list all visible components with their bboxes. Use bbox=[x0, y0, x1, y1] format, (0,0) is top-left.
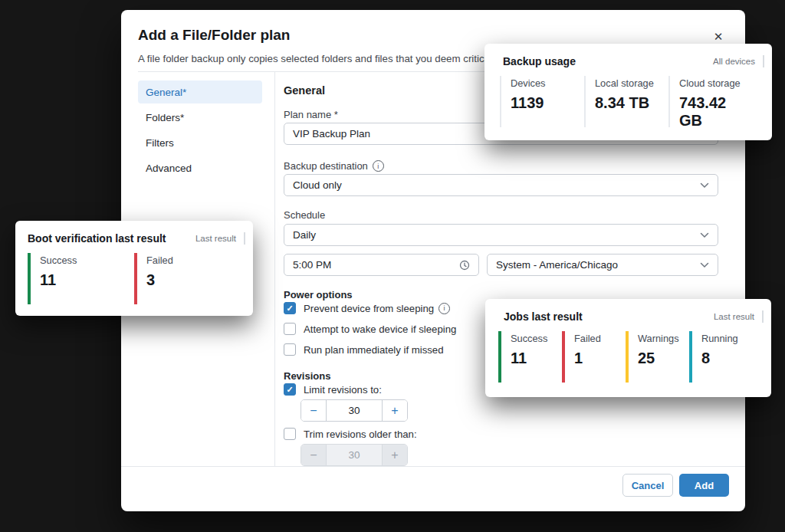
sidebar-item-filters[interactable]: Filters bbox=[138, 131, 262, 154]
checkbox-label: Prevent device from sleeping bbox=[304, 303, 434, 314]
checkbox: ✓ bbox=[284, 383, 296, 396]
check-icon: ✓ bbox=[286, 304, 293, 313]
add-button[interactable]: Add bbox=[679, 474, 729, 497]
stat-failed: Failed 1 bbox=[562, 331, 626, 383]
schedule-time-input[interactable]: 5:00 PM bbox=[284, 254, 479, 276]
close-icon: ✕ bbox=[714, 30, 724, 44]
card-scope-label: All devices bbox=[713, 57, 755, 66]
limit-revisions-value[interactable]: 30 bbox=[326, 400, 383, 421]
checkbox: ✓ bbox=[284, 428, 296, 440]
chevron-down-icon bbox=[700, 232, 709, 238]
info-icon[interactable]: i bbox=[373, 160, 384, 172]
sidebar-item-label: Advanced bbox=[146, 163, 192, 174]
page-background: Add a File/Folder plan A file folder bac… bbox=[0, 0, 785, 532]
schedule-value: Daily bbox=[293, 229, 316, 241]
trim-revisions-value[interactable]: 30 bbox=[326, 445, 383, 465]
limit-revisions-stepper: − 30 + bbox=[301, 399, 408, 422]
decrement-button[interactable]: − bbox=[301, 445, 326, 465]
checkbox-limit-revisions[interactable]: ✓ Limit revisions to: bbox=[284, 383, 382, 396]
chevron-down-icon bbox=[700, 262, 709, 268]
stat-warnings: Warnings 25 bbox=[626, 331, 689, 383]
footer-divider bbox=[121, 466, 745, 467]
section-heading-general: General bbox=[284, 84, 325, 97]
scope-divider bbox=[762, 310, 764, 323]
card-title: Jobs last result bbox=[504, 310, 583, 323]
checkbox-prevent-sleeping[interactable]: ✓ Prevent device from sleeping i bbox=[284, 302, 450, 314]
checkbox-trim-revisions[interactable]: ✓ Trim revisions older than: bbox=[284, 428, 417, 440]
power-options-label: Power options bbox=[284, 289, 353, 300]
plan-name-label: Plan name * bbox=[284, 109, 338, 120]
schedule-time-value: 5:00 PM bbox=[293, 259, 331, 271]
card-scope-label: Last result bbox=[714, 312, 754, 321]
backup-destination-label: Backup destination i bbox=[284, 160, 384, 172]
sidebar-item-label: General* bbox=[146, 87, 186, 98]
stat-devices: Devices 1139 bbox=[500, 76, 584, 127]
backup-destination-value: Cloud only bbox=[293, 179, 342, 191]
cancel-button[interactable]: Cancel bbox=[622, 474, 673, 497]
check-icon: ✓ bbox=[286, 386, 293, 394]
card-title: Boot verification last result bbox=[28, 232, 166, 245]
backup-destination-select[interactable]: Cloud only bbox=[284, 174, 718, 196]
checkbox-label: Attempt to wake device if sleeping bbox=[304, 323, 456, 335]
checkbox: ✓ bbox=[284, 302, 296, 314]
plan-name-value: VIP Backup Plan bbox=[293, 128, 370, 140]
stat-cloud-storage: Cloud storage 743.42 GB bbox=[668, 76, 753, 127]
clock-icon bbox=[459, 260, 470, 271]
trim-revisions-stepper: − 30 + bbox=[301, 444, 408, 466]
info-icon[interactable]: i bbox=[438, 303, 450, 314]
checkbox-label: Run plan immediately if missed bbox=[304, 344, 444, 356]
close-button[interactable]: ✕ bbox=[710, 28, 727, 45]
plan-steps-sidebar: General* Folders* Filters Advanced bbox=[138, 80, 262, 182]
revisions-label: Revisions bbox=[284, 370, 330, 382]
jobs-last-result-card: Jobs last result Last result Success 11 … bbox=[485, 299, 771, 397]
increment-button[interactable]: + bbox=[383, 400, 407, 421]
scope-divider bbox=[244, 232, 245, 245]
stat-success: Success 11 bbox=[28, 253, 134, 304]
card-title: Backup usage bbox=[503, 55, 576, 67]
sidebar-item-advanced[interactable]: Advanced bbox=[138, 156, 262, 179]
scope-divider bbox=[763, 55, 764, 67]
stat-running: Running 8 bbox=[689, 331, 753, 383]
decrement-button[interactable]: − bbox=[301, 400, 326, 421]
sidebar-item-label: Folders* bbox=[146, 112, 184, 123]
timezone-select[interactable]: System - America/Chicago bbox=[487, 254, 718, 276]
stat-success: Success 11 bbox=[498, 331, 562, 383]
sidebar-item-folders[interactable]: Folders* bbox=[138, 106, 262, 129]
boot-verification-card: Boot verification last result Last resul… bbox=[15, 221, 253, 316]
checkbox-label: Limit revisions to: bbox=[304, 384, 382, 396]
sidebar-item-label: Filters bbox=[146, 137, 174, 149]
sidebar-divider bbox=[274, 72, 275, 466]
stat-local-storage: Local storage 8.34 TB bbox=[584, 76, 668, 127]
schedule-label: Schedule bbox=[284, 209, 325, 221]
checkbox-run-if-missed[interactable]: ✓ Run plan immediately if missed bbox=[284, 343, 444, 356]
checkbox: ✓ bbox=[284, 343, 296, 356]
chevron-down-icon bbox=[700, 182, 709, 189]
modal-subtitle: A file folder backup only copies selecte… bbox=[138, 53, 495, 64]
card-scope-label: Last result bbox=[195, 234, 236, 243]
stat-failed: Failed 3 bbox=[134, 253, 241, 304]
checkbox-wake-device[interactable]: ✓ Attempt to wake device if sleeping bbox=[284, 323, 456, 335]
checkbox: ✓ bbox=[284, 323, 296, 335]
timezone-value: System - America/Chicago bbox=[496, 259, 618, 271]
sidebar-item-general[interactable]: General* bbox=[138, 80, 262, 103]
backup-usage-card: Backup usage All devices Devices 1139 Lo… bbox=[484, 44, 772, 140]
schedule-select[interactable]: Daily bbox=[284, 224, 718, 246]
checkbox-label: Trim revisions older than: bbox=[304, 429, 417, 440]
page-title: Add a File/Folder plan bbox=[138, 27, 290, 44]
increment-button[interactable]: + bbox=[383, 445, 407, 465]
